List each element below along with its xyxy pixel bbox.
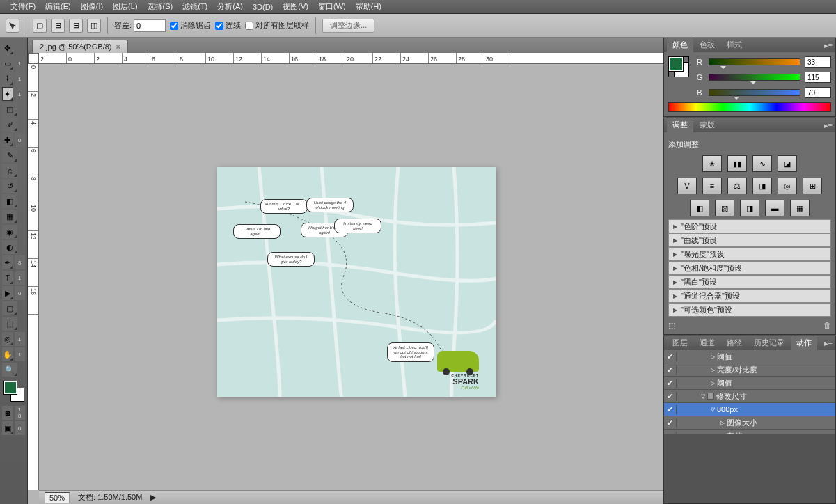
path-select-tool[interactable]: ▶ bbox=[2, 286, 13, 300]
g-input[interactable] bbox=[805, 72, 831, 83]
preset-item[interactable]: ▶"曝光度"预设 bbox=[668, 247, 831, 261]
magic-wand-tool[interactable]: ✦ bbox=[2, 87, 13, 101]
quickmask-tool[interactable]: ◙ bbox=[2, 406, 13, 420]
pen-tool[interactable]: ✒ bbox=[2, 255, 13, 269]
selection-new-icon[interactable]: ▢ bbox=[33, 19, 47, 33]
marquee-tool[interactable]: ▭ bbox=[2, 56, 13, 70]
adj-curves-icon[interactable]: ∿ bbox=[752, 155, 772, 172]
adj-photo-filter-icon[interactable]: ◎ bbox=[778, 178, 797, 194]
adj-invert-icon[interactable]: ◧ bbox=[690, 200, 709, 216]
menu-view[interactable]: 视图(V) bbox=[278, 1, 313, 12]
move-tool[interactable]: ✥ bbox=[2, 41, 13, 55]
adj-exposure-icon[interactable]: ◪ bbox=[778, 155, 797, 172]
tab-actions[interactable]: 动作 bbox=[791, 336, 817, 350]
canvas-viewport[interactable]: Hmmm... nice... or... what?Must dodge th… bbox=[39, 64, 663, 490]
zoom-tool[interactable]: 🔍 bbox=[2, 363, 17, 377]
tab-color[interactable]: 颜色 bbox=[667, 38, 693, 52]
adj-hue-icon[interactable]: ≡ bbox=[702, 178, 722, 194]
refine-edge-button[interactable]: 调整边缘... bbox=[322, 19, 374, 33]
current-tool-icon[interactable] bbox=[6, 19, 19, 33]
preset-item[interactable]: ▶"黑白"预设 bbox=[668, 275, 831, 289]
panel-menu-icon[interactable]: ▸≡ bbox=[824, 41, 833, 50]
adj-gradient-map-icon[interactable]: ▬ bbox=[765, 200, 784, 216]
menu-window[interactable]: 窗口(W) bbox=[313, 1, 351, 12]
preset-item[interactable]: ▶"可选颜色"预设 bbox=[668, 303, 831, 317]
preset-item[interactable]: ▶"曲线"预设 bbox=[668, 233, 831, 247]
menu-file[interactable]: 文件(F) bbox=[6, 1, 40, 12]
g-slider[interactable] bbox=[709, 74, 800, 81]
eraser-tool[interactable]: ◧ bbox=[2, 194, 17, 208]
tab-masks[interactable]: 蒙版 bbox=[694, 118, 720, 132]
selection-sub-icon[interactable]: ⊟ bbox=[69, 19, 83, 33]
tab-swatches[interactable]: 色板 bbox=[694, 38, 720, 52]
crop-tool[interactable]: ◫ bbox=[2, 102, 17, 116]
panel-menu-icon[interactable]: ▸≡ bbox=[824, 121, 833, 130]
preset-item[interactable]: ▶"通道混合器"预设 bbox=[668, 289, 831, 303]
action-row[interactable]: ✔▽800px bbox=[664, 403, 835, 416]
adj-bw-icon[interactable]: ◨ bbox=[752, 178, 772, 194]
menu-image[interactable]: 图像(I) bbox=[76, 1, 108, 12]
blur-tool[interactable]: ◉ bbox=[2, 225, 17, 239]
healing-tool[interactable]: ✚ bbox=[2, 133, 13, 147]
menu-layer[interactable]: 图层(L) bbox=[108, 1, 142, 12]
preset-item[interactable]: ▶"色相/饱和度"预设 bbox=[668, 261, 831, 275]
adj-trash-icon[interactable]: 🗑 bbox=[823, 321, 831, 330]
contiguous-checkbox[interactable]: 连续 bbox=[215, 20, 241, 31]
action-row[interactable]: ✔▽修改尺寸 bbox=[664, 390, 835, 403]
selection-intersect-icon[interactable]: ◫ bbox=[87, 19, 101, 33]
selection-add-icon[interactable]: ⊞ bbox=[51, 19, 65, 33]
document-tab[interactable]: 2.jpg @ 50%(RGB/8) × bbox=[32, 40, 128, 53]
color-preview[interactable] bbox=[668, 56, 689, 77]
adj-colorbalance-icon[interactable]: ⚖ bbox=[727, 178, 747, 194]
menu-edit[interactable]: 编辑(E) bbox=[40, 1, 76, 12]
history-brush-tool[interactable]: ↺ bbox=[2, 179, 17, 193]
adj-selective-color-icon[interactable]: ▦ bbox=[790, 200, 810, 216]
adj-brightness-icon[interactable]: ☀ bbox=[702, 155, 722, 172]
tolerance-input[interactable] bbox=[134, 19, 166, 32]
adj-vibrance-icon[interactable]: V bbox=[677, 178, 697, 194]
ruler-horizontal[interactable]: 2024681012141618202224262830 bbox=[39, 53, 663, 64]
menu-select[interactable]: 选择(S) bbox=[143, 1, 178, 12]
hand-tool[interactable]: ✋ bbox=[2, 347, 13, 361]
type-tool[interactable]: T bbox=[2, 271, 13, 285]
r-slider[interactable] bbox=[709, 58, 800, 65]
tab-history[interactable]: 历史记录 bbox=[748, 336, 790, 350]
action-row[interactable]: ✔▷存储 bbox=[664, 430, 835, 434]
spectrum-bar[interactable] bbox=[668, 102, 831, 112]
action-row[interactable]: ✔▷阈值 bbox=[664, 350, 835, 363]
antialias-checkbox[interactable]: 消除锯齿 bbox=[170, 20, 211, 31]
tab-styles[interactable]: 样式 bbox=[721, 38, 748, 52]
tab-channels[interactable]: 通道 bbox=[694, 336, 720, 350]
adj-threshold-icon[interactable]: ◨ bbox=[740, 200, 759, 216]
adj-channel-mixer-icon[interactable]: ⊞ bbox=[803, 178, 822, 194]
panel-menu-icon[interactable]: ▸≡ bbox=[824, 339, 833, 348]
menu-help[interactable]: 帮助(H) bbox=[351, 1, 386, 12]
action-row[interactable]: ✔▷图像大小 bbox=[664, 416, 835, 430]
adj-levels-icon[interactable]: ▮▮ bbox=[727, 155, 747, 172]
3d-camera-tool[interactable]: ◎ bbox=[2, 332, 13, 346]
gradient-tool[interactable]: ▦ bbox=[2, 210, 17, 223]
stamp-tool[interactable]: ⎌ bbox=[2, 164, 17, 178]
brush-tool[interactable]: ✎ bbox=[2, 148, 17, 162]
preset-item[interactable]: ▶"色阶"预设 bbox=[668, 219, 831, 233]
action-row[interactable]: ✔▷亮度/对比度 bbox=[664, 363, 835, 377]
tab-layers[interactable]: 图层 bbox=[667, 336, 693, 350]
ruler-origin[interactable] bbox=[28, 53, 39, 64]
3d-tool[interactable]: ⬚ bbox=[2, 317, 17, 331]
ruler-vertical[interactable]: 0246810121416 bbox=[28, 64, 39, 490]
tab-adjustments[interactable]: 调整 bbox=[667, 118, 693, 132]
b-input[interactable] bbox=[805, 87, 831, 98]
adj-posterize-icon[interactable]: ▨ bbox=[715, 200, 734, 216]
eyedropper-tool[interactable]: ✐ bbox=[2, 118, 17, 132]
screen-mode-tool[interactable]: ▣ bbox=[2, 421, 13, 435]
action-row[interactable]: ✔▷阈值 bbox=[664, 377, 835, 390]
adj-clip-icon[interactable]: ⬚ bbox=[668, 321, 675, 330]
close-tab-icon[interactable]: × bbox=[116, 42, 120, 51]
r-input[interactable] bbox=[805, 56, 831, 68]
menu-3d[interactable]: 3D(D) bbox=[248, 3, 278, 11]
zoom-level[interactable]: 50% bbox=[45, 492, 70, 503]
all-layers-checkbox[interactable]: 对所有图层取样 bbox=[245, 20, 309, 31]
menu-filter[interactable]: 滤镜(T) bbox=[178, 1, 212, 12]
dodge-tool[interactable]: ◐ bbox=[2, 240, 17, 254]
color-swatch[interactable] bbox=[4, 381, 24, 401]
